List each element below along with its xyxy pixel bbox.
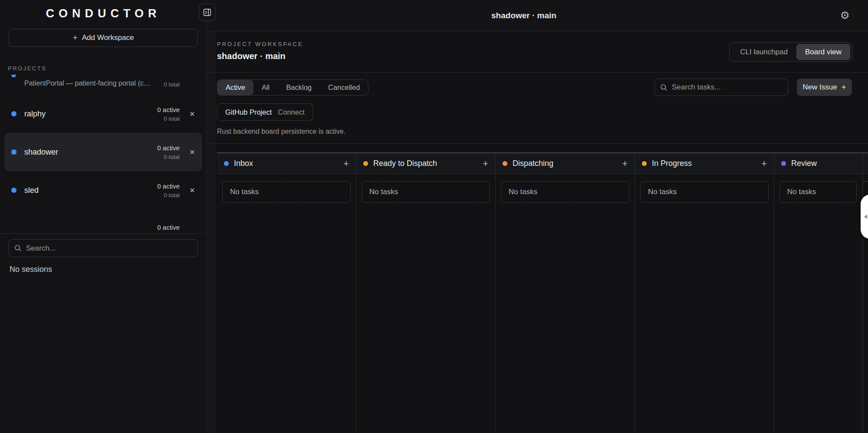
column-title: Ready to Dispatch: [373, 159, 482, 168]
column-status-dot: [781, 161, 786, 166]
controls-divider: [207, 143, 868, 144]
column-status-dot: [224, 161, 229, 166]
sidebar-toggle-button[interactable]: [199, 3, 215, 21]
tab-all[interactable]: All: [253, 80, 278, 95]
empty-tasks-placeholder: No tasks: [222, 181, 351, 203]
add-task-icon[interactable]: +: [621, 158, 628, 169]
board-column: Inbox + No tasks: [217, 153, 356, 433]
github-connect-button[interactable]: GitHub Project Connect: [217, 103, 313, 121]
board-column: In Progress + No tasks: [635, 153, 774, 433]
add-task-icon[interactable]: +: [760, 158, 768, 169]
sidebar-search[interactable]: [9, 239, 198, 257]
project-total-count: 0 total: [164, 154, 180, 160]
column-body: No tasks: [217, 174, 356, 210]
close-project-icon[interactable]: ×: [186, 147, 199, 157]
add-task-icon[interactable]: +: [482, 158, 489, 169]
board-column: Review No tasks: [774, 153, 862, 433]
project-list: PatientPortal — patient-facing portal (c…: [0, 72, 207, 233]
sidebar-divider: [0, 233, 207, 234]
sidebar: CONDUCTOR + Add Workspace PROJECTS Patie…: [0, 0, 207, 433]
empty-tasks-placeholder: No tasks: [779, 181, 857, 203]
search-icon: [14, 245, 22, 252]
close-project-icon[interactable]: ×: [186, 109, 199, 119]
tab-active[interactable]: Active: [217, 80, 253, 95]
plus-icon: +: [73, 33, 78, 43]
column-body: No tasks: [496, 174, 635, 210]
panel-right-icon: [203, 8, 212, 17]
column-body: No tasks: [635, 174, 774, 210]
column-title: In Progress: [652, 159, 760, 168]
project-status-dot: [11, 111, 16, 116]
column-body: No tasks: [356, 174, 495, 210]
column-status-dot: [503, 161, 507, 166]
plus-icon: +: [842, 83, 846, 92]
tab-board-view[interactable]: Board view: [796, 44, 850, 60]
search-icon: [660, 84, 667, 91]
tab-cancelled[interactable]: Cancelled: [320, 80, 368, 95]
project-stats: 0 active 0 total: [157, 106, 180, 122]
column-title: Inbox: [234, 159, 342, 168]
column-status-dot: [642, 161, 647, 166]
top-bar: shadower · main ⚙: [207, 0, 868, 31]
column-title: Review: [791, 159, 854, 168]
workspace-title: shadower · main: [217, 51, 286, 61]
project-stats: 0 active 0 total: [157, 182, 180, 198]
project-name: PatientPortal — patient-facing portal (c…: [11, 79, 164, 87]
project-active-count: 0 active: [157, 224, 180, 231]
board-column-header: Ready to Dispatch +: [356, 153, 495, 174]
add-workspace-label: Add Workspace: [82, 33, 134, 42]
filter-tab-group: Active All Backlog Cancelled: [217, 79, 368, 96]
tab-backlog[interactable]: Backlog: [278, 80, 320, 95]
connect-label: Connect: [278, 108, 304, 116]
add-workspace-button[interactable]: + Add Workspace: [9, 29, 198, 47]
project-total-count: 0 total: [164, 192, 180, 198]
project-total-count: 0 total: [164, 116, 180, 122]
project-row[interactable]: ralphy 0 active 0 total ×: [4, 95, 202, 133]
close-project-icon[interactable]: ×: [186, 185, 199, 195]
empty-tasks-placeholder: No tasks: [640, 181, 769, 203]
main-scrollbar-track[interactable]: [207, 32, 216, 433]
add-task-icon[interactable]: +: [342, 158, 350, 169]
app-window: CONDUCTOR + Add Workspace PROJECTS Patie…: [0, 0, 868, 433]
board-column-header: Review: [774, 153, 862, 174]
project-row[interactable]: sled 0 active 0 total ×: [4, 171, 202, 209]
project-active-count: 0 active: [157, 144, 180, 152]
app-logo: CONDUCTOR: [0, 7, 207, 20]
header-divider: [207, 72, 868, 73]
task-search[interactable]: [654, 79, 788, 96]
project-status-dot: [11, 149, 16, 155]
board-column: Dispatching + No tasks: [496, 153, 635, 433]
workspace-eyebrow: PROJECT WORKSPACE: [217, 41, 303, 47]
board-column-header: In Progress +: [635, 153, 774, 174]
kanban-board: Inbox + No tasks Ready to Dispatch + No …: [217, 152, 868, 433]
project-stats: 0 active 0 total: [157, 144, 180, 160]
github-project-label: GitHub Project: [225, 108, 272, 116]
column-body: No tasks: [774, 174, 862, 210]
side-drawer-handle[interactable]: [861, 195, 868, 239]
view-toggle-group: CLI launchpad Board view: [729, 42, 852, 62]
project-active-count: 0 active: [157, 106, 180, 113]
project-row[interactable]: 0 active: [4, 209, 202, 233]
project-status-dot: [11, 75, 16, 77]
project-name: sled: [24, 186, 157, 195]
settings-gear-icon[interactable]: ⚙: [840, 10, 850, 21]
project-status-dot: [11, 188, 16, 193]
task-search-input[interactable]: [672, 83, 783, 92]
new-issue-button[interactable]: New Issue +: [797, 79, 852, 96]
project-active-count: 0 active: [157, 182, 180, 190]
tab-cli-launchpad[interactable]: CLI launchpad: [731, 44, 796, 60]
project-name: ralphy: [24, 109, 157, 119]
empty-tasks-placeholder: No tasks: [362, 181, 490, 203]
board-column-header: Dispatching +: [496, 153, 635, 174]
sessions-empty-state: No sessions: [10, 265, 52, 274]
new-issue-label: New Issue: [802, 83, 837, 92]
column-status-dot: [363, 161, 368, 166]
project-row[interactable]: PatientPortal — patient-facing portal (c…: [4, 72, 202, 95]
project-name: shadower: [24, 148, 157, 157]
project-stats: 0 active: [157, 224, 180, 233]
sidebar-search-input[interactable]: [26, 244, 192, 253]
board-column-header: [863, 153, 868, 174]
project-total-count: 0 total: [164, 81, 180, 88]
project-row[interactable]: shadower 0 active 0 total ×: [4, 133, 202, 171]
project-stats: 0 total: [164, 79, 180, 88]
